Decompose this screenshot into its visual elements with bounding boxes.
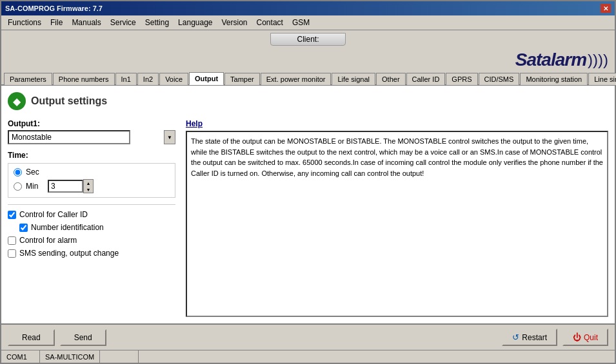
send-button[interactable]: Send bbox=[60, 329, 106, 346]
title-bar: SA-COMPROG Firmware: 7.7 ✕ bbox=[1, 1, 615, 15]
tab-monitoring[interactable]: Monitoring station bbox=[520, 73, 588, 85]
menu-gsm[interactable]: GSM bbox=[288, 17, 313, 28]
menu-version[interactable]: Version bbox=[218, 17, 252, 28]
com-status: COM1 bbox=[1, 350, 40, 363]
bottom-bar: Read Send ↺ Restart ⏻ Quit bbox=[1, 323, 615, 350]
main-window: SA-COMPROG Firmware: 7.7 ✕ Functions Fil… bbox=[0, 0, 616, 364]
tab-parameters[interactable]: Parameters bbox=[4, 73, 52, 85]
read-button[interactable]: Read bbox=[8, 329, 55, 346]
client-label: Client: bbox=[270, 33, 345, 46]
close-button[interactable]: ✕ bbox=[601, 4, 611, 13]
menu-manuals[interactable]: Manuals bbox=[68, 17, 104, 28]
output1-label: Output1: bbox=[8, 119, 175, 128]
device-status: SA-MULTICOM bbox=[40, 350, 100, 363]
logo-text: Satalarm bbox=[515, 50, 586, 70]
menu-bar: Functions File Manuals Service Setting L… bbox=[1, 15, 615, 30]
time-radio-group: Sec Min ▲ ▼ bbox=[8, 163, 175, 198]
status-bar: COM1 SA-MULTICOM bbox=[1, 350, 615, 363]
left-panel: Output1: Monostable Bistable ▼ Time: bbox=[8, 119, 175, 317]
spinner-down-button[interactable]: ▼ bbox=[84, 186, 93, 193]
sec-radio-row: Sec bbox=[14, 168, 170, 177]
restart-label: Restart bbox=[522, 333, 547, 342]
dropdown-arrow-icon[interactable]: ▼ bbox=[164, 130, 175, 144]
tab-in1[interactable]: In1 bbox=[115, 73, 137, 85]
tab-phone-numbers[interactable]: Phone numbers bbox=[53, 73, 115, 85]
help-label: Help bbox=[186, 119, 608, 128]
control-alarm-checkbox[interactable] bbox=[8, 236, 16, 245]
tab-voice[interactable]: Voice bbox=[159, 73, 188, 85]
content-area: ◆ Output settings Output1: Monostable Bi… bbox=[1, 86, 615, 323]
output1-group: Output1: Monostable Bistable ▼ bbox=[8, 119, 175, 144]
quit-button[interactable]: ⏻ Quit bbox=[562, 329, 608, 346]
logo-waves: )))) bbox=[588, 51, 608, 69]
quit-label: Quit bbox=[584, 333, 598, 342]
output-icon: ◆ bbox=[8, 92, 26, 110]
client-bar: Client: bbox=[1, 30, 615, 48]
sec-label[interactable]: Sec bbox=[26, 168, 44, 177]
menu-language[interactable]: Language bbox=[174, 17, 216, 28]
sms-sending-checkbox[interactable] bbox=[8, 249, 16, 258]
menu-functions[interactable]: Functions bbox=[4, 17, 45, 28]
menu-service[interactable]: Service bbox=[106, 17, 140, 28]
page-header: ◆ Output settings bbox=[8, 92, 608, 110]
caller-id-label[interactable]: Control for Caller ID bbox=[19, 210, 88, 219]
min-radio[interactable] bbox=[14, 182, 22, 191]
right-panel: Help The state of the output can be MONO… bbox=[186, 119, 608, 317]
min-label[interactable]: Min bbox=[26, 182, 44, 191]
empty-status bbox=[100, 350, 139, 363]
caller-id-checkbox[interactable] bbox=[8, 211, 16, 219]
header-area: Satalarm )))) bbox=[1, 48, 615, 72]
tab-cid-sms[interactable]: CID/SMS bbox=[479, 73, 520, 85]
number-id-row: Number identification bbox=[19, 223, 175, 232]
bottom-left-buttons: Read Send bbox=[8, 329, 106, 346]
sec-radio[interactable] bbox=[14, 168, 22, 177]
power-icon: ⏻ bbox=[573, 332, 581, 342]
menu-setting[interactable]: Setting bbox=[141, 17, 173, 28]
control-alarm-row: Control for alarm bbox=[8, 236, 175, 245]
checkbox-section: Control for Caller ID Number identificat… bbox=[8, 210, 175, 258]
output1-dropdown-container: Monostable Bistable ▼ bbox=[8, 130, 175, 144]
tab-tamper[interactable]: Tamper bbox=[224, 73, 260, 85]
tab-gprs[interactable]: GPRS bbox=[446, 73, 477, 85]
tab-line-sim[interactable]: Line simulator bbox=[588, 73, 616, 85]
menu-contact[interactable]: Contact bbox=[253, 17, 287, 28]
bottom-right-buttons: ↺ Restart ⏻ Quit bbox=[502, 329, 608, 346]
sms-sending-row: SMS sending, output change bbox=[8, 249, 175, 258]
number-id-label[interactable]: Number identification bbox=[31, 223, 104, 232]
spinner-up-button[interactable]: ▲ bbox=[84, 180, 93, 186]
caller-id-row: Control for Caller ID bbox=[8, 210, 175, 219]
tabs-bar: Parameters Phone numbers In1 In2 Voice O… bbox=[1, 72, 615, 86]
restart-button[interactable]: ↺ Restart bbox=[502, 329, 557, 346]
tab-life-signal[interactable]: Life signal bbox=[332, 73, 375, 85]
sms-sending-label[interactable]: SMS sending, output change bbox=[19, 249, 119, 258]
number-id-checkbox[interactable] bbox=[19, 224, 28, 232]
time-value-input[interactable] bbox=[48, 180, 83, 193]
page-title: Output settings bbox=[31, 95, 107, 107]
time-label: Time: bbox=[8, 151, 175, 160]
control-alarm-label[interactable]: Control for alarm bbox=[19, 236, 77, 245]
tab-output[interactable]: Output bbox=[189, 72, 224, 85]
tab-in2[interactable]: In2 bbox=[137, 73, 159, 85]
output1-dropdown[interactable]: Monostable Bistable bbox=[8, 130, 130, 144]
number-input-container: ▲ ▼ bbox=[48, 179, 94, 193]
min-radio-row: Min ▲ ▼ bbox=[14, 179, 170, 193]
tab-other[interactable]: Other bbox=[376, 73, 406, 85]
tab-ext-power[interactable]: Ext. power monitor bbox=[261, 73, 332, 85]
tab-caller-id[interactable]: Caller ID bbox=[406, 73, 446, 85]
restart-icon: ↺ bbox=[512, 332, 519, 342]
spinner-buttons: ▲ ▼ bbox=[83, 179, 94, 193]
help-text-box: The state of the output can be MONOSTABL… bbox=[186, 131, 608, 317]
menu-file[interactable]: File bbox=[46, 17, 66, 28]
time-section: Time: Sec Min ▲ bbox=[8, 151, 175, 198]
logo: Satalarm )))) bbox=[515, 50, 608, 70]
main-content: Output1: Monostable Bistable ▼ Time: bbox=[8, 119, 608, 317]
window-title: SA-COMPROG Firmware: 7.7 bbox=[5, 5, 103, 12]
